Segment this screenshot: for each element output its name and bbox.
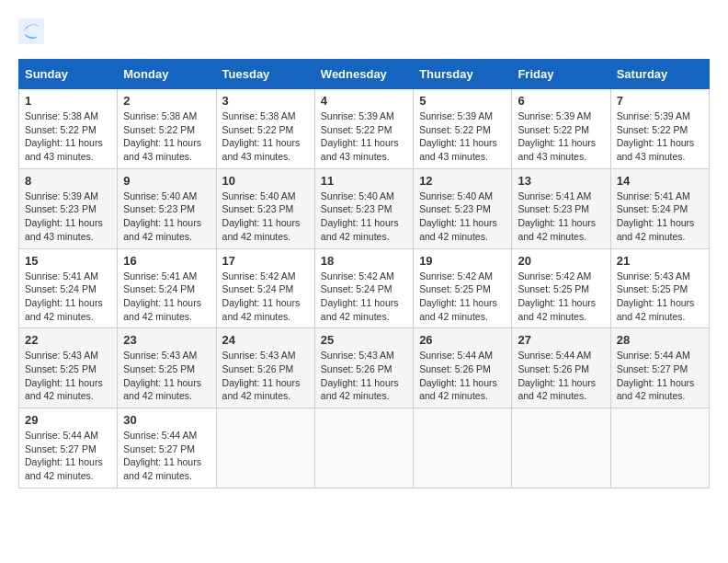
day-number: 19 (419, 254, 506, 268)
day-info: Sunrise: 5:43 AM Sunset: 5:25 PM Dayligh… (617, 270, 703, 324)
day-number: 4 (321, 94, 407, 108)
calendar-cell: 15 Sunrise: 5:41 AM Sunset: 5:24 PM Dayl… (19, 248, 118, 328)
calendar-week-1: 1 Sunrise: 5:38 AM Sunset: 5:22 PM Dayli… (19, 89, 710, 169)
day-info: Sunrise: 5:41 AM Sunset: 5:24 PM Dayligh… (617, 190, 703, 244)
day-info: Sunrise: 5:44 AM Sunset: 5:27 PM Dayligh… (617, 349, 703, 403)
day-info: Sunrise: 5:43 AM Sunset: 5:25 PM Dayligh… (123, 349, 210, 403)
day-info: Sunrise: 5:44 AM Sunset: 5:26 PM Dayligh… (518, 349, 604, 403)
calendar-cell: 29 Sunrise: 5:44 AM Sunset: 5:27 PM Dayl… (19, 408, 118, 488)
calendar-cell: 28 Sunrise: 5:44 AM Sunset: 5:27 PM Dayl… (610, 328, 709, 408)
day-number: 13 (518, 174, 604, 188)
calendar-cell: 27 Sunrise: 5:44 AM Sunset: 5:26 PM Dayl… (512, 328, 610, 408)
day-number: 20 (518, 254, 604, 268)
day-number: 18 (321, 254, 407, 268)
calendar-cell: 9 Sunrise: 5:40 AM Sunset: 5:23 PM Dayli… (118, 168, 216, 248)
day-info: Sunrise: 5:39 AM Sunset: 5:22 PM Dayligh… (617, 109, 703, 164)
day-info: Sunrise: 5:38 AM Sunset: 5:22 PM Dayligh… (123, 109, 210, 164)
weekday-header-tuesday: Tuesday (216, 60, 314, 89)
day-number: 24 (222, 333, 309, 347)
day-info: Sunrise: 5:43 AM Sunset: 5:26 PM Dayligh… (222, 349, 309, 403)
day-number: 14 (617, 174, 703, 188)
day-number: 29 (25, 413, 111, 427)
calendar-cell: 22 Sunrise: 5:43 AM Sunset: 5:25 PM Dayl… (19, 328, 118, 408)
day-number: 23 (123, 333, 210, 347)
svg-rect-0 (18, 18, 44, 44)
calendar-cell (216, 408, 314, 488)
calendar-cell: 1 Sunrise: 5:38 AM Sunset: 5:22 PM Dayli… (19, 89, 118, 169)
calendar-cell: 2 Sunrise: 5:38 AM Sunset: 5:22 PM Dayli… (118, 89, 216, 169)
day-number: 11 (321, 174, 407, 188)
day-number: 9 (123, 174, 210, 188)
day-info: Sunrise: 5:39 AM Sunset: 5:22 PM Dayligh… (419, 109, 506, 164)
logo (18, 18, 48, 44)
calendar-cell: 12 Sunrise: 5:40 AM Sunset: 5:23 PM Dayl… (414, 168, 512, 248)
calendar-cell: 17 Sunrise: 5:42 AM Sunset: 5:24 PM Dayl… (216, 248, 314, 328)
calendar-cell: 11 Sunrise: 5:40 AM Sunset: 5:23 PM Dayl… (314, 168, 413, 248)
calendar-cell: 4 Sunrise: 5:39 AM Sunset: 5:22 PM Dayli… (314, 89, 413, 169)
day-number: 3 (222, 94, 309, 108)
calendar-cell: 30 Sunrise: 5:44 AM Sunset: 5:27 PM Dayl… (118, 408, 216, 488)
day-info: Sunrise: 5:41 AM Sunset: 5:24 PM Dayligh… (123, 270, 210, 324)
calendar-week-3: 15 Sunrise: 5:41 AM Sunset: 5:24 PM Dayl… (19, 248, 710, 328)
weekday-header-sunday: Sunday (19, 60, 118, 89)
calendar-week-2: 8 Sunrise: 5:39 AM Sunset: 5:23 PM Dayli… (19, 168, 710, 248)
day-number: 12 (419, 174, 506, 188)
day-number: 30 (123, 413, 210, 427)
day-info: Sunrise: 5:42 AM Sunset: 5:24 PM Dayligh… (222, 270, 309, 324)
day-number: 2 (123, 94, 210, 108)
calendar-cell (512, 408, 610, 488)
weekday-header-thursday: Thursday (414, 60, 512, 89)
calendar-cell: 23 Sunrise: 5:43 AM Sunset: 5:25 PM Dayl… (118, 328, 216, 408)
day-info: Sunrise: 5:44 AM Sunset: 5:26 PM Dayligh… (419, 349, 506, 403)
day-number: 7 (617, 94, 703, 108)
calendar-cell (414, 408, 512, 488)
day-number: 22 (25, 333, 111, 347)
day-info: Sunrise: 5:42 AM Sunset: 5:25 PM Dayligh… (419, 270, 506, 324)
calendar-cell (314, 408, 413, 488)
day-info: Sunrise: 5:43 AM Sunset: 5:25 PM Dayligh… (25, 349, 111, 403)
day-number: 10 (222, 174, 309, 188)
weekday-header-friday: Friday (512, 60, 610, 89)
day-info: Sunrise: 5:38 AM Sunset: 5:22 PM Dayligh… (222, 109, 309, 164)
day-number: 28 (617, 333, 703, 347)
day-info: Sunrise: 5:43 AM Sunset: 5:26 PM Dayligh… (321, 349, 407, 403)
page-header (18, 18, 710, 44)
calendar-cell: 25 Sunrise: 5:43 AM Sunset: 5:26 PM Dayl… (314, 328, 413, 408)
day-number: 15 (25, 254, 111, 268)
calendar-cell: 10 Sunrise: 5:40 AM Sunset: 5:23 PM Dayl… (216, 168, 314, 248)
day-number: 5 (419, 94, 506, 108)
calendar-cell: 3 Sunrise: 5:38 AM Sunset: 5:22 PM Dayli… (216, 89, 314, 169)
day-number: 27 (518, 333, 604, 347)
day-info: Sunrise: 5:39 AM Sunset: 5:22 PM Dayligh… (321, 109, 407, 164)
day-number: 17 (222, 254, 309, 268)
calendar-cell (610, 408, 709, 488)
calendar-cell: 13 Sunrise: 5:41 AM Sunset: 5:23 PM Dayl… (512, 168, 610, 248)
calendar-cell: 8 Sunrise: 5:39 AM Sunset: 5:23 PM Dayli… (19, 168, 118, 248)
calendar-week-4: 22 Sunrise: 5:43 AM Sunset: 5:25 PM Dayl… (19, 328, 710, 408)
weekday-header-saturday: Saturday (610, 60, 709, 89)
day-number: 6 (518, 94, 604, 108)
calendar-cell: 7 Sunrise: 5:39 AM Sunset: 5:22 PM Dayli… (610, 89, 709, 169)
day-info: Sunrise: 5:42 AM Sunset: 5:25 PM Dayligh… (518, 270, 604, 324)
day-number: 25 (321, 333, 407, 347)
day-number: 26 (419, 333, 506, 347)
calendar-cell: 16 Sunrise: 5:41 AM Sunset: 5:24 PM Dayl… (118, 248, 216, 328)
weekday-header-row: SundayMondayTuesdayWednesdayThursdayFrid… (19, 60, 710, 89)
day-info: Sunrise: 5:40 AM Sunset: 5:23 PM Dayligh… (321, 190, 407, 244)
day-info: Sunrise: 5:40 AM Sunset: 5:23 PM Dayligh… (222, 190, 309, 244)
day-info: Sunrise: 5:40 AM Sunset: 5:23 PM Dayligh… (123, 190, 210, 244)
day-info: Sunrise: 5:39 AM Sunset: 5:23 PM Dayligh… (25, 190, 111, 244)
day-info: Sunrise: 5:39 AM Sunset: 5:22 PM Dayligh… (518, 109, 604, 164)
calendar-cell: 6 Sunrise: 5:39 AM Sunset: 5:22 PM Dayli… (512, 89, 610, 169)
day-info: Sunrise: 5:41 AM Sunset: 5:24 PM Dayligh… (25, 270, 111, 324)
calendar-week-5: 29 Sunrise: 5:44 AM Sunset: 5:27 PM Dayl… (19, 408, 710, 488)
calendar-cell: 26 Sunrise: 5:44 AM Sunset: 5:26 PM Dayl… (414, 328, 512, 408)
day-info: Sunrise: 5:44 AM Sunset: 5:27 PM Dayligh… (123, 429, 210, 483)
calendar-cell: 21 Sunrise: 5:43 AM Sunset: 5:25 PM Dayl… (610, 248, 709, 328)
calendar-cell: 20 Sunrise: 5:42 AM Sunset: 5:25 PM Dayl… (512, 248, 610, 328)
day-number: 16 (123, 254, 210, 268)
day-info: Sunrise: 5:41 AM Sunset: 5:23 PM Dayligh… (518, 190, 604, 244)
day-info: Sunrise: 5:40 AM Sunset: 5:23 PM Dayligh… (419, 190, 506, 244)
day-number: 8 (25, 174, 111, 188)
weekday-header-wednesday: Wednesday (314, 60, 413, 89)
